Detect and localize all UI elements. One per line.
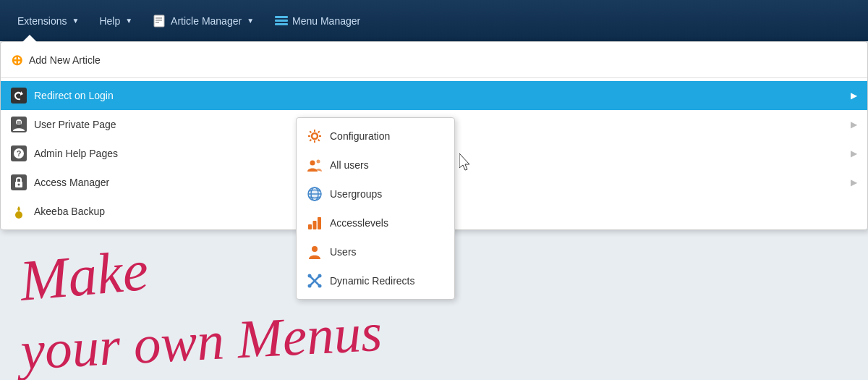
svg-rect-35	[318, 217, 321, 229]
svg-point-17	[15, 211, 22, 219]
extensions-arrow-icon: ▼	[72, 17, 79, 25]
redirect-submenu-arrow-icon: ▶	[851, 90, 857, 101]
menu-manager-icon	[274, 14, 289, 28]
svg-point-28	[317, 160, 320, 164]
main-content: ⊕ Add New Article Redirect on Login ▶	[0, 41, 868, 380]
user-private-submenu-arrow-icon: ▶	[851, 119, 857, 130]
svg-rect-7	[11, 88, 27, 104]
admin-help-submenu-arrow-icon: ▶	[851, 148, 857, 159]
svg-point-18	[312, 133, 318, 139]
article-manager-label: Article Manager	[171, 15, 242, 27]
accesslevels-label: Accesslevels	[330, 217, 444, 229]
akeeba-icon	[11, 203, 27, 219]
svg-line-24	[318, 140, 320, 141]
handwriting-decoration: Make your own Menus	[0, 235, 868, 380]
access-manager-submenu-arrow-icon: ▶	[851, 177, 857, 187]
svg-rect-33	[308, 224, 312, 229]
svg-text:Make: Make	[17, 238, 151, 313]
article-manager-menu[interactable]: Article Manager ▼	[142, 0, 264, 41]
menu-manager-label: Menu Manager	[292, 15, 360, 27]
configuration-item[interactable]: Configuration	[297, 122, 454, 151]
help-arrow-icon: ▼	[125, 17, 132, 25]
svg-rect-34	[313, 221, 317, 229]
svg-line-26	[310, 140, 311, 141]
configuration-label: Configuration	[330, 130, 444, 142]
all-users-icon	[307, 157, 323, 173]
all-users-label: All users	[330, 159, 444, 171]
redirect-on-login-label: Redirect on Login	[34, 90, 843, 101]
access-manager-icon	[11, 174, 27, 190]
accesslevels-item[interactable]: Accesslevels	[297, 208, 454, 237]
svg-text:?: ?	[17, 149, 22, 158]
admin-help-icon: ?	[11, 145, 27, 161]
menu-divider-1	[1, 77, 867, 78]
svg-rect-4	[275, 16, 288, 18]
all-users-item[interactable]: All users	[297, 151, 454, 180]
svg-line-23	[310, 131, 311, 132]
extensions-menu[interactable]: Extensions ▼	[7, 0, 89, 41]
article-manager-arrow-icon: ▼	[247, 17, 254, 25]
svg-rect-0	[154, 15, 164, 27]
configuration-icon	[307, 128, 323, 144]
svg-point-27	[310, 161, 315, 166]
navbar: Extensions ▼ Help ▼ Article Manager ▼	[0, 0, 868, 41]
svg-rect-10	[17, 121, 21, 127]
user-private-page-icon	[11, 117, 27, 132]
svg-point-16	[18, 184, 20, 186]
svg-line-25	[318, 131, 320, 132]
add-new-article-label: Add New Article	[29, 54, 101, 66]
add-new-article-item[interactable]: ⊕ Add New Article	[1, 46, 867, 75]
help-menu[interactable]: Help ▼	[89, 0, 142, 41]
svg-rect-5	[275, 20, 288, 22]
add-new-icon: ⊕	[11, 53, 23, 67]
redirect-icon	[11, 88, 27, 104]
svg-point-32	[308, 187, 321, 200]
article-manager-icon	[153, 14, 167, 28]
help-label: Help	[99, 15, 120, 27]
accesslevels-icon	[307, 215, 323, 231]
redirect-on-login-item[interactable]: Redirect on Login ▶	[1, 81, 867, 110]
svg-rect-6	[275, 23, 288, 25]
usergroups-item[interactable]: Usergroups	[297, 180, 454, 208]
usergroups-icon	[307, 186, 323, 202]
menu-manager-menu[interactable]: Menu Manager	[264, 0, 370, 41]
extensions-label: Extensions	[17, 15, 67, 27]
svg-text:your own Menus: your own Menus	[14, 302, 384, 380]
usergroups-label: Usergroups	[330, 188, 444, 200]
